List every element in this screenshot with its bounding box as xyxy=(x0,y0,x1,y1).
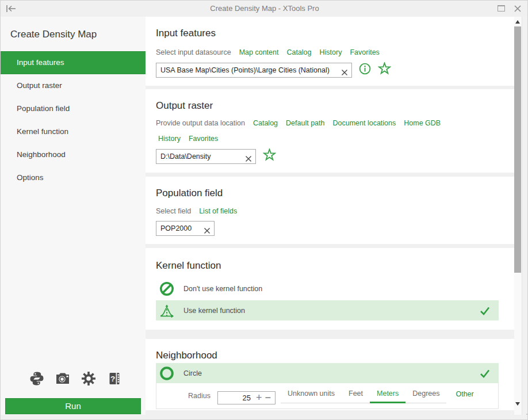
dialog-title: Create Density Map xyxy=(10,29,97,40)
input-datasource-label: Select input datasource xyxy=(156,48,231,56)
sidebar-item-output-raster[interactable]: Output raster xyxy=(1,74,146,97)
close-button[interactable] xyxy=(514,5,522,13)
link-default-path[interactable]: Default path xyxy=(286,119,324,127)
option-use-kernel[interactable]: Use kernel function xyxy=(156,300,499,320)
snapshot-icon[interactable] xyxy=(55,371,70,386)
link-catalog[interactable]: Catalog xyxy=(286,48,311,56)
link-favorites[interactable]: Favorites xyxy=(350,48,379,56)
check-icon xyxy=(479,305,491,316)
no-kernel-icon xyxy=(159,281,174,296)
python-icon[interactable] xyxy=(29,371,44,386)
circle-shape-icon xyxy=(159,366,174,381)
scroll-down-icon[interactable] xyxy=(515,402,520,406)
section-title: Neighborhood xyxy=(156,350,217,361)
section-input-features: Input features Select input datasource M… xyxy=(146,17,514,86)
maximize-button[interactable] xyxy=(498,5,505,12)
sidebar-item-population-field[interactable]: Population field xyxy=(1,97,146,120)
scroll-up-icon[interactable] xyxy=(515,20,520,24)
radius-label: Radius xyxy=(188,392,211,400)
link-other-units[interactable]: Other xyxy=(446,390,473,403)
clear-icon[interactable] xyxy=(204,226,210,231)
kernel-curve-icon xyxy=(159,303,174,318)
radius-settings-row: Radius 25 + − Unknown units Feet Meters … xyxy=(156,383,499,409)
section-kernel-function: Kernel function Don't use kernel functio… xyxy=(146,248,514,330)
section-title: Population field xyxy=(156,188,223,199)
sidebar-nav: Input features Output raster Population … xyxy=(1,51,146,189)
link-map-content[interactable]: Map content xyxy=(239,48,279,56)
option-circle[interactable]: Circle xyxy=(156,363,499,383)
content-panel: Input features Select input datasource M… xyxy=(146,17,514,420)
run-button[interactable]: Run xyxy=(5,398,141,414)
section-title: Output raster xyxy=(156,100,213,112)
info-icon[interactable] xyxy=(359,63,371,77)
sidebar-item-options[interactable]: Options xyxy=(1,166,146,189)
unit-degrees[interactable]: Degrees xyxy=(405,390,446,403)
section-title: Kernel function xyxy=(156,260,221,272)
output-location-label: Provide output data location xyxy=(156,119,245,127)
section-title: Input features xyxy=(156,28,216,39)
scrollbar-thumb[interactable] xyxy=(514,26,521,273)
link-home-gdb[interactable]: Home GDB xyxy=(404,119,441,127)
link-favorites[interactable]: Favorites xyxy=(189,135,218,143)
svg-text:?: ? xyxy=(110,375,115,383)
link-document-locations[interactable]: Document locations xyxy=(332,119,396,127)
window-title: Create Density Map - XTools Pro xyxy=(1,1,528,17)
favorite-star-icon[interactable] xyxy=(263,148,276,164)
units-tabs: Unknown units Feet Meters Degrees Other xyxy=(281,390,474,403)
output-location-field[interactable]: D:\Data\Density xyxy=(156,149,256,164)
favorite-star-icon[interactable] xyxy=(378,62,391,78)
section-population-field: Population field Select field List of fi… xyxy=(146,177,514,244)
population-field-input[interactable]: POP2000 xyxy=(156,221,215,236)
unit-unknown[interactable]: Unknown units xyxy=(281,390,342,403)
title-bar: Create Density Map - XTools Pro xyxy=(1,1,528,17)
sidebar: Create Density Map Input features Output… xyxy=(1,17,146,420)
select-field-label: Select field xyxy=(156,207,191,215)
check-icon xyxy=(479,368,491,379)
unit-feet[interactable]: Feet xyxy=(342,390,370,403)
section-neighborhood: Neighborhood Circle Radius 25 + − Unknow… xyxy=(146,339,514,410)
unit-meters[interactable]: Meters xyxy=(370,390,405,403)
section-output-raster: Output raster Provide output data locati… xyxy=(146,89,514,173)
link-list-of-fields[interactable]: List of fields xyxy=(199,207,237,215)
link-history[interactable]: History xyxy=(158,135,181,143)
link-catalog[interactable]: Catalog xyxy=(253,119,278,127)
sidebar-item-input-features[interactable]: Input features xyxy=(1,51,146,74)
decrement-icon[interactable]: − xyxy=(265,392,271,403)
input-datasource-field[interactable]: USA Base Map\Cities (Points)\Large Citie… xyxy=(156,63,352,78)
sidebar-tools: ? xyxy=(29,371,122,386)
window-frame-right xyxy=(522,17,528,420)
radius-input[interactable]: 25 + − xyxy=(217,391,276,404)
settings-icon[interactable] xyxy=(81,371,96,386)
clear-icon[interactable] xyxy=(342,67,347,73)
clear-icon[interactable] xyxy=(246,154,251,159)
increment-icon[interactable]: + xyxy=(256,392,262,403)
link-history[interactable]: History xyxy=(320,48,342,56)
option-dont-use-kernel[interactable]: Don't use kernel function xyxy=(156,280,499,298)
window-frame-bottom xyxy=(1,415,528,420)
sidebar-item-kernel-function[interactable]: Kernel function xyxy=(1,120,146,143)
sidebar-item-neighborhood[interactable]: Neighborhood xyxy=(1,143,146,166)
scrollbar[interactable] xyxy=(514,17,522,420)
help-icon[interactable]: ? xyxy=(107,371,122,386)
